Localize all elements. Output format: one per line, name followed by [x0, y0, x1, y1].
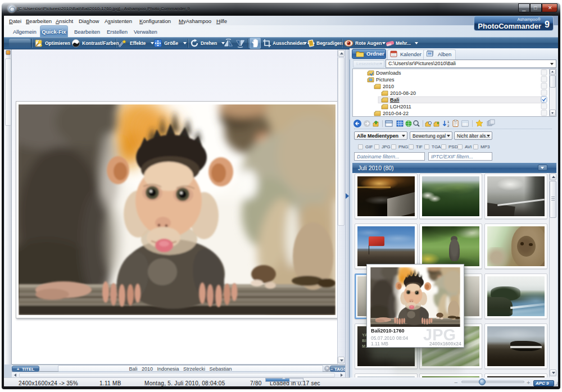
svg-text:Pictures: Pictures	[376, 77, 395, 83]
svg-text:2010-08-20: 2010-08-20	[390, 90, 416, 96]
svg-text:1: 1	[447, 120, 450, 124]
svg-text:LGH2011: LGH2011	[390, 104, 411, 110]
svg-text:Downloads: Downloads	[376, 70, 401, 76]
svg-text:Bali: Bali	[390, 97, 400, 103]
svg-text:2010: 2010	[383, 84, 394, 89]
svg-text:2: 2	[447, 124, 450, 127]
svg-text:2010-04-22: 2010-04-22	[383, 111, 409, 116]
